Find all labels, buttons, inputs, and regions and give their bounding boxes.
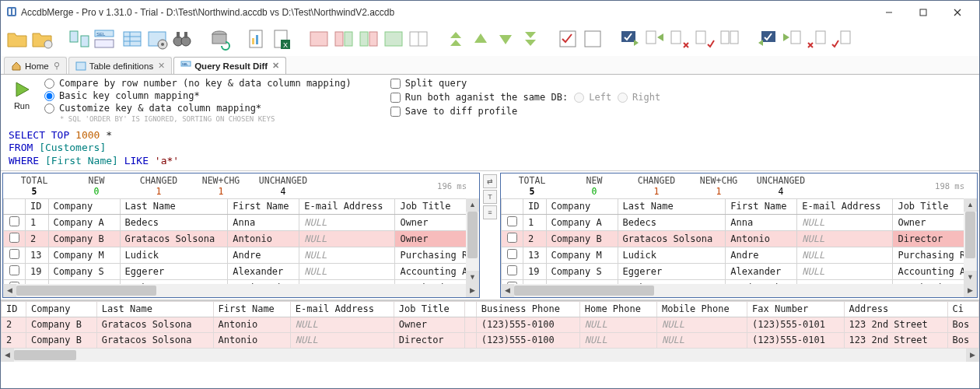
uncheck-icon[interactable] [581, 27, 604, 53]
compare-query-icon[interactable]: SEL [93, 27, 116, 53]
vertical-scrollbar[interactable]: ▲▼ [964, 198, 977, 284]
check-split-query[interactable]: Split query [390, 78, 661, 89]
sync-check-r-icon[interactable] [693, 27, 716, 53]
col-header[interactable]: Mobile Phone [656, 301, 747, 317]
filter-icon[interactable]: ≡ [483, 205, 497, 219]
pin-icon[interactable]: ⚲ [52, 61, 60, 71]
table-row[interactable]: 2Company BGratacos SolsonaAntonioNULLOwn… [4, 230, 479, 247]
report-icon[interactable] [245, 27, 268, 53]
nav-first-diff-icon[interactable] [444, 27, 467, 53]
table-row[interactable]: 13Company MLudickAndreNULLPurchasing R [4, 247, 479, 263]
close-icon[interactable]: ✕ [271, 61, 279, 71]
col-header[interactable]: Fax Number [747, 301, 845, 317]
tab-query-result-diff[interactable]: SEL Query Result Diff ✕ [173, 57, 286, 74]
check-same-db[interactable]: Run both aganist the same DB: [390, 92, 569, 103]
sync-apply-l-icon[interactable] [755, 27, 779, 53]
col-header[interactable]: Last Name [96, 301, 213, 317]
table-row[interactable]: 1Company ABedecsAnnaNULLOwner [4, 214, 479, 230]
folder-db1-icon[interactable] [5, 27, 29, 53]
binoculars-icon[interactable] [170, 27, 194, 53]
row-checkbox[interactable] [9, 216, 19, 226]
table-row[interactable]: 19Company SEggererAlexanderNULLAccountin… [4, 263, 479, 279]
col-id[interactable]: ID [26, 198, 49, 214]
table-row[interactable]: 1Company ABedecsAnnaNULLOwner [502, 214, 977, 230]
sync-left-icon[interactable] [643, 27, 667, 53]
horizontal-scrollbar[interactable]: ◀▶ [501, 284, 977, 297]
col-company[interactable]: Company [546, 198, 618, 214]
col-header[interactable] [464, 301, 476, 317]
col-id[interactable]: ID [523, 198, 547, 214]
col-header[interactable]: Job Title [394, 301, 464, 317]
table-row[interactable]: 13Company MLudickAndreNULLPurchasing R [502, 247, 977, 263]
sync-delete-l-icon[interactable] [805, 27, 828, 53]
col-firstname[interactable]: First Name [726, 198, 797, 214]
close-button[interactable] [940, 2, 975, 23]
close-icon[interactable]: ✕ [156, 61, 165, 71]
merge-left-icon[interactable] [357, 27, 380, 53]
col-header[interactable]: ID [2, 301, 26, 317]
radio-left-db[interactable]: Left [574, 92, 611, 103]
apply-check-icon[interactable] [556, 27, 579, 53]
col-firstname[interactable]: First Name [228, 198, 299, 214]
col-header[interactable]: Address [844, 301, 947, 317]
merge-right-icon[interactable] [332, 27, 355, 53]
sync-apply-icon[interactable] [618, 27, 642, 53]
table-row[interactable]: 2Company BGratacos SolsonaAntonioNULLDir… [502, 230, 977, 247]
sync-delete-r-icon[interactable] [668, 27, 691, 53]
row-checkbox[interactable] [9, 249, 19, 259]
radio-basic-mapping[interactable]: Basic key column mapping* [44, 90, 352, 101]
horizontal-scrollbar[interactable]: ◀▶ [3, 284, 479, 297]
merge-all-left-icon[interactable] [307, 27, 331, 53]
row-checkbox[interactable] [507, 216, 517, 226]
table-row[interactable]: 19Company SEggererAlexanderNULLAccountin… [502, 263, 977, 279]
row-checkbox[interactable] [9, 233, 19, 243]
col-header[interactable]: First Name [213, 301, 290, 317]
check-save-profile[interactable]: Save to diff profile [390, 106, 661, 117]
empty-grid-icon[interactable] [407, 27, 430, 53]
radio-customize-mapping[interactable]: Customize key & data column mapping* [44, 103, 352, 114]
tab-table-definitions[interactable]: Table definitions ✕ [68, 57, 172, 74]
sync-none-icon[interactable] [718, 27, 741, 53]
run-button[interactable]: Run [7, 78, 37, 123]
col-company[interactable]: Company [48, 198, 120, 214]
merge-all-right-icon[interactable] [382, 27, 405, 53]
sync-right-icon[interactable] [780, 27, 803, 53]
col-header[interactable]: Company [26, 301, 96, 317]
right-result-grid[interactable]: ID Company Last Name First Name E-mail A… [501, 198, 977, 284]
minimize-button[interactable] [872, 2, 906, 23]
left-result-grid[interactable]: ID Company Last Name First Name E-mail A… [3, 198, 479, 284]
diff-row[interactable]: 2Company BGratacos SolsonaAntonioNULLOwn… [2, 317, 979, 332]
sync-check-l-icon[interactable] [830, 27, 853, 53]
nav-down-icon[interactable] [494, 27, 517, 53]
col-header[interactable]: E-mail Address [290, 301, 394, 317]
row-checkbox[interactable] [507, 265, 517, 275]
compare-tables-icon[interactable] [68, 27, 91, 53]
col-header[interactable]: Home Phone [579, 301, 656, 317]
row-checkbox[interactable] [507, 233, 517, 243]
table-icon[interactable] [121, 27, 144, 53]
radio-compare-row-number[interactable]: Compare by row number (no key & data col… [44, 78, 352, 89]
col-lastname[interactable]: Last Name [618, 198, 726, 214]
sql-editor[interactable]: SELECT TOP 1000 * FROM [Customers] WHERE… [1, 126, 979, 170]
export-excel-icon[interactable]: X [270, 27, 293, 53]
col-email[interactable]: E-mail Address [797, 198, 893, 214]
row-checkbox[interactable] [9, 265, 19, 275]
col-header[interactable]: Business Phone [476, 301, 579, 317]
compare-mode-icon[interactable]: ⇄ [483, 174, 497, 188]
db-refresh-icon[interactable] [208, 27, 231, 53]
text-mode-icon[interactable]: T [483, 190, 497, 204]
maximize-button[interactable] [906, 2, 940, 23]
col-lastname[interactable]: Last Name [120, 198, 228, 214]
table-gear-icon[interactable] [145, 27, 169, 53]
radio-right-db[interactable]: Right [618, 92, 660, 103]
folder-db2-icon[interactable] [30, 27, 54, 53]
tab-home[interactable]: Home ⚲ [4, 57, 67, 74]
vertical-scrollbar[interactable]: ▲▼ [466, 198, 479, 284]
nav-up-icon[interactable] [469, 27, 492, 53]
nav-last-diff-icon[interactable] [519, 27, 542, 53]
diff-row[interactable]: 2Company BGratacos SolsonaAntonioNULLDir… [2, 332, 979, 348]
row-checkbox[interactable] [507, 249, 517, 259]
diff-detail-grid[interactable]: IDCompanyLast NameFirst NameE-mail Addre… [1, 301, 979, 349]
col-header[interactable]: Ci [947, 301, 979, 317]
col-email[interactable]: E-mail Address [299, 198, 395, 214]
